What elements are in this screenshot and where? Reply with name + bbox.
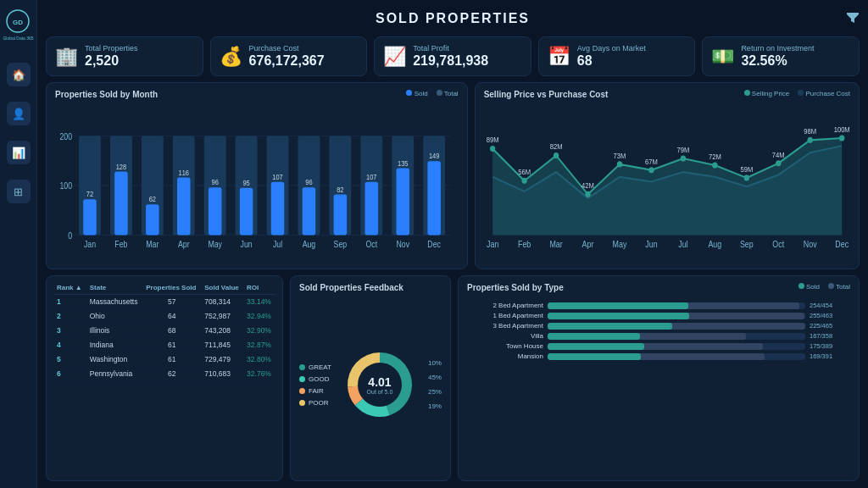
svg-rect-17	[146, 204, 159, 235]
type-label: Town House	[467, 342, 543, 350]
svg-rect-13	[114, 172, 128, 236]
svg-text:95: 95	[242, 180, 250, 188]
sidebar-logo: GD Global Data 365	[3, 8, 33, 41]
svg-rect-29	[240, 188, 253, 236]
cell-sold: 57	[142, 295, 201, 309]
legend-fair: FAIR	[299, 387, 331, 395]
legend-great: GREAT	[299, 363, 331, 371]
svg-text:107: 107	[366, 174, 377, 182]
svg-text:116: 116	[179, 169, 190, 177]
svg-point-58	[521, 178, 526, 184]
svg-text:Jan: Jan	[84, 239, 96, 249]
svg-text:56M: 56M	[518, 169, 531, 177]
cell-sold: 61	[142, 352, 201, 367]
svg-rect-9	[83, 199, 97, 235]
type-chart-title: Properties Sold by Type	[467, 283, 564, 292]
svg-rect-21	[177, 178, 191, 236]
line-chart-svg: 89M56M82M42M73M67M79M72M59M74M98M100MJan…	[484, 104, 850, 262]
table-card: Rank ▲ State Properties Sold Sold Value …	[46, 275, 283, 481]
svg-point-56	[490, 146, 495, 152]
sidebar: GD Global Data 365 🏠 👤 📊 ⊞	[0, 0, 37, 488]
kpi-icon-profit: 📈	[383, 46, 406, 68]
sidebar-item-stats[interactable]: 📊	[7, 141, 31, 164]
cell-sold: 62	[142, 367, 201, 381]
table-row: 3 Illinois 68 743,208 32.90%	[53, 324, 275, 338]
svg-text:98M: 98M	[804, 128, 816, 136]
type-bar-fill	[548, 343, 644, 350]
legend-total-dot: Total	[437, 90, 459, 97]
cell-state: Washington	[86, 352, 143, 367]
svg-text:73M: 73M	[613, 152, 626, 161]
cell-roi: 32.80%	[243, 352, 275, 367]
type-row: 2 Bed Apartment 254/454	[467, 302, 850, 309]
cell-rank: 4	[53, 338, 86, 352]
svg-text:96: 96	[212, 179, 220, 187]
sidebar-item-grid[interactable]: ⊞	[7, 180, 31, 203]
cell-rank: 3	[53, 324, 86, 338]
svg-text:59M: 59M	[740, 166, 753, 175]
kpi-label-roi: Return on Investment	[741, 44, 814, 53]
kpi-icon-purchase: 💰	[220, 46, 242, 68]
type-value: 255/463	[810, 312, 850, 319]
legend-good: GOOD	[299, 375, 331, 383]
sidebar-item-user[interactable]: 👤	[7, 102, 31, 125]
table-row: 2 Ohio 64 752,987 32.94%	[53, 309, 275, 324]
type-row: Town House 175/389	[467, 342, 850, 350]
svg-text:Nov: Nov	[396, 239, 409, 249]
svg-text:Aug: Aug	[303, 239, 316, 249]
cell-state: Ohio	[86, 309, 143, 324]
legend-type-total: Total	[828, 283, 850, 291]
svg-rect-37	[303, 187, 316, 235]
properties-table: Rank ▲ State Properties Sold Sold Value …	[53, 281, 275, 381]
filter-icon[interactable]	[846, 10, 860, 27]
svg-text:135: 135	[398, 159, 409, 168]
type-bar-fill	[548, 353, 641, 360]
legend-sold-dot: Sold	[406, 90, 427, 97]
type-value: 167/358	[810, 332, 850, 340]
cell-rank: 5	[53, 352, 86, 367]
line-chart-legend: Selling Price Purchase Cost	[744, 90, 850, 97]
svg-text:67M: 67M	[645, 158, 658, 166]
svg-text:Dec: Dec	[835, 239, 849, 249]
type-chart-legend: Sold Total	[798, 283, 850, 291]
sidebar-item-home[interactable]: 🏠	[7, 63, 31, 86]
kpi-row: 🏢 Total Properties 2,520 💰 Purchase Cost…	[46, 36, 860, 76]
svg-text:100M: 100M	[833, 126, 849, 135]
svg-text:82: 82	[337, 186, 344, 194]
col-sold: Properties Sold	[142, 281, 201, 295]
kpi-label-properties: Total Properties	[85, 44, 138, 53]
legend-poor: POOR	[299, 399, 331, 407]
svg-rect-53	[427, 161, 441, 235]
type-label: 1 Bed Apartment	[467, 312, 543, 319]
type-value: 254/454	[810, 302, 850, 309]
cell-roi: 32.94%	[243, 309, 275, 324]
donut-legend: GREAT GOOD FAIR POOR	[299, 363, 331, 407]
table-row: 6 Pennsylvania 62 710,683 32.76%	[53, 367, 275, 381]
col-value: Sold Value	[201, 281, 243, 295]
cell-roi: 33.14%	[243, 295, 275, 309]
line-chart-title: Selling Price vs Purchase Cost	[484, 90, 609, 99]
svg-rect-33	[271, 182, 285, 236]
donut-score: 4.01	[367, 375, 393, 389]
type-bar-bg	[548, 343, 805, 350]
type-bar-bg	[548, 313, 805, 319]
type-value: 169/391	[810, 352, 850, 360]
type-label: Mansion	[467, 352, 543, 360]
cell-value: 710,683	[201, 367, 243, 381]
svg-text:May: May	[208, 239, 222, 249]
cell-sold: 64	[142, 309, 201, 324]
cell-state: Massachusetts	[86, 295, 143, 309]
cell-state: Pennsylvania	[86, 367, 143, 381]
cell-roi: 32.76%	[243, 367, 275, 381]
kpi-icon-properties: 🏢	[55, 46, 78, 68]
svg-text:42M: 42M	[581, 182, 594, 191]
type-bar-bg	[548, 302, 805, 309]
svg-text:82M: 82M	[549, 143, 562, 152]
donut-wrapper: 4.01 Out of 5.0	[342, 347, 418, 423]
kpi-icon-roi: 💵	[711, 46, 734, 68]
table-row: 1 Massachusetts 57 708,314 33.14%	[53, 295, 275, 309]
donut-center-text: 4.01 Out of 5.0	[367, 375, 393, 395]
kpi-label-profit: Total Profit	[413, 44, 488, 53]
col-rank: Rank ▲	[53, 281, 86, 295]
type-label: 3 Bed Apartment	[467, 322, 543, 330]
